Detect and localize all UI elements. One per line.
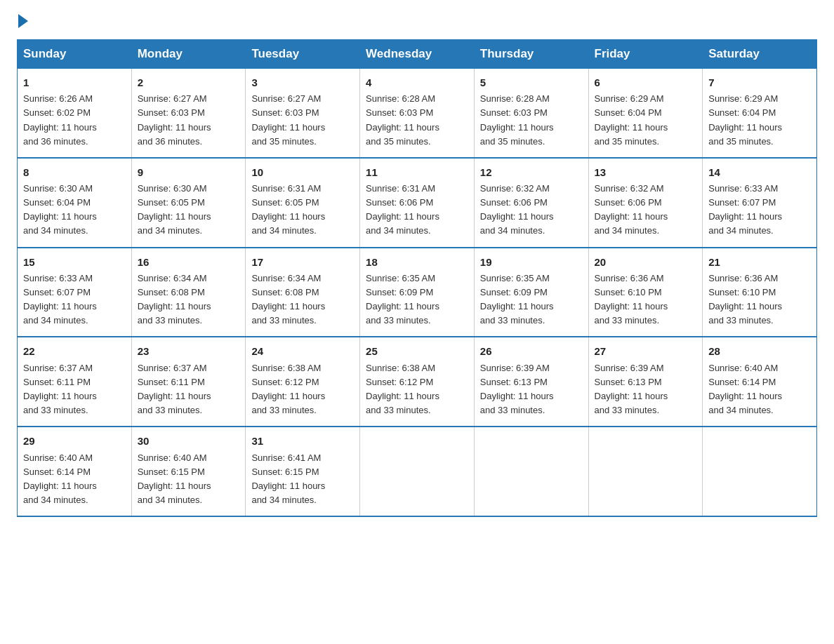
table-row: 19Sunrise: 6:35 AMSunset: 6:09 PMDayligh… xyxy=(474,248,588,337)
day-number: 4 xyxy=(366,74,468,90)
calendar-week-row: 22Sunrise: 6:37 AMSunset: 6:11 PMDayligh… xyxy=(18,337,817,427)
table-row xyxy=(588,427,703,516)
day-number: 24 xyxy=(251,343,354,359)
day-info: Sunrise: 6:28 AMSunset: 6:03 PMDaylight:… xyxy=(480,92,583,149)
day-info: Sunrise: 6:29 AMSunset: 6:04 PMDaylight:… xyxy=(595,92,697,149)
table-row: 29Sunrise: 6:40 AMSunset: 6:14 PMDayligh… xyxy=(18,427,132,516)
day-info: Sunrise: 6:26 AMSunset: 6:02 PMDaylight:… xyxy=(23,92,126,149)
day-number: 19 xyxy=(480,254,583,270)
table-row: 15Sunrise: 6:33 AMSunset: 6:07 PMDayligh… xyxy=(18,248,132,337)
day-info: Sunrise: 6:33 AMSunset: 6:07 PMDaylight:… xyxy=(23,271,126,328)
day-info: Sunrise: 6:39 AMSunset: 6:13 PMDaylight:… xyxy=(480,361,583,418)
table-row: 8Sunrise: 6:30 AMSunset: 6:04 PMDaylight… xyxy=(18,158,132,248)
calendar-week-row: 29Sunrise: 6:40 AMSunset: 6:14 PMDayligh… xyxy=(18,427,817,516)
day-number: 5 xyxy=(480,74,583,90)
day-info: Sunrise: 6:31 AMSunset: 6:06 PMDaylight:… xyxy=(366,182,468,239)
day-info: Sunrise: 6:36 AMSunset: 6:10 PMDaylight:… xyxy=(595,271,697,328)
day-info: Sunrise: 6:29 AMSunset: 6:04 PMDaylight:… xyxy=(708,92,811,149)
table-row: 24Sunrise: 6:38 AMSunset: 6:12 PMDayligh… xyxy=(246,337,360,427)
table-row: 3Sunrise: 6:27 AMSunset: 6:03 PMDaylight… xyxy=(246,69,360,158)
day-number: 27 xyxy=(595,343,697,359)
day-info: Sunrise: 6:41 AMSunset: 6:15 PMDaylight:… xyxy=(251,451,354,508)
day-info: Sunrise: 6:33 AMSunset: 6:07 PMDaylight:… xyxy=(708,182,811,239)
table-row: 27Sunrise: 6:39 AMSunset: 6:13 PMDayligh… xyxy=(588,337,703,427)
table-row: 17Sunrise: 6:34 AMSunset: 6:08 PMDayligh… xyxy=(246,248,360,337)
table-row: 18Sunrise: 6:35 AMSunset: 6:09 PMDayligh… xyxy=(360,248,475,337)
day-number: 17 xyxy=(251,254,354,270)
col-wednesday: Wednesday xyxy=(360,40,475,69)
day-info: Sunrise: 6:40 AMSunset: 6:14 PMDaylight:… xyxy=(708,361,811,418)
day-number: 14 xyxy=(708,164,811,180)
day-info: Sunrise: 6:36 AMSunset: 6:10 PMDaylight:… xyxy=(708,271,811,328)
day-info: Sunrise: 6:37 AMSunset: 6:11 PMDaylight:… xyxy=(23,361,126,418)
table-row: 20Sunrise: 6:36 AMSunset: 6:10 PMDayligh… xyxy=(588,248,703,337)
day-number: 3 xyxy=(251,74,354,90)
table-row: 30Sunrise: 6:40 AMSunset: 6:15 PMDayligh… xyxy=(131,427,246,516)
day-number: 8 xyxy=(23,164,126,180)
table-row xyxy=(474,427,588,516)
day-info: Sunrise: 6:30 AMSunset: 6:04 PMDaylight:… xyxy=(23,182,126,239)
day-number: 2 xyxy=(138,74,240,90)
day-info: Sunrise: 6:40 AMSunset: 6:15 PMDaylight:… xyxy=(138,451,240,508)
day-info: Sunrise: 6:37 AMSunset: 6:11 PMDaylight:… xyxy=(138,361,240,418)
day-info: Sunrise: 6:40 AMSunset: 6:14 PMDaylight:… xyxy=(23,451,126,508)
day-info: Sunrise: 6:32 AMSunset: 6:06 PMDaylight:… xyxy=(480,182,583,239)
table-row: 22Sunrise: 6:37 AMSunset: 6:11 PMDayligh… xyxy=(18,337,132,427)
col-friday: Friday xyxy=(588,40,703,69)
table-row: 2Sunrise: 6:27 AMSunset: 6:03 PMDaylight… xyxy=(131,69,246,158)
day-number: 12 xyxy=(480,164,583,180)
day-info: Sunrise: 6:38 AMSunset: 6:12 PMDaylight:… xyxy=(366,361,468,418)
table-row: 7Sunrise: 6:29 AMSunset: 6:04 PMDaylight… xyxy=(703,69,817,158)
col-sunday: Sunday xyxy=(18,40,132,69)
table-row: 10Sunrise: 6:31 AMSunset: 6:05 PMDayligh… xyxy=(246,158,360,248)
day-number: 29 xyxy=(23,433,126,449)
day-number: 23 xyxy=(138,343,240,359)
day-number: 21 xyxy=(708,254,811,270)
page-header xyxy=(17,17,817,25)
day-number: 31 xyxy=(251,433,354,449)
calendar-week-row: 1Sunrise: 6:26 AMSunset: 6:02 PMDaylight… xyxy=(18,69,817,158)
day-info: Sunrise: 6:32 AMSunset: 6:06 PMDaylight:… xyxy=(595,182,697,239)
day-number: 7 xyxy=(708,74,811,90)
day-number: 22 xyxy=(23,343,126,359)
day-number: 16 xyxy=(138,254,240,270)
day-number: 25 xyxy=(366,343,468,359)
day-info: Sunrise: 6:34 AMSunset: 6:08 PMDaylight:… xyxy=(251,271,354,328)
calendar-header-row: Sunday Monday Tuesday Wednesday Thursday… xyxy=(18,40,817,69)
day-number: 9 xyxy=(138,164,240,180)
day-number: 18 xyxy=(366,254,468,270)
day-number: 28 xyxy=(708,343,811,359)
table-row: 9Sunrise: 6:30 AMSunset: 6:05 PMDaylight… xyxy=(131,158,246,248)
calendar-table: Sunday Monday Tuesday Wednesday Thursday… xyxy=(17,39,817,517)
table-row xyxy=(703,427,817,516)
day-info: Sunrise: 6:34 AMSunset: 6:08 PMDaylight:… xyxy=(138,271,240,328)
table-row: 25Sunrise: 6:38 AMSunset: 6:12 PMDayligh… xyxy=(360,337,475,427)
table-row: 11Sunrise: 6:31 AMSunset: 6:06 PMDayligh… xyxy=(360,158,475,248)
day-info: Sunrise: 6:27 AMSunset: 6:03 PMDaylight:… xyxy=(138,92,240,149)
day-number: 6 xyxy=(595,74,697,90)
day-number: 15 xyxy=(23,254,126,270)
day-info: Sunrise: 6:31 AMSunset: 6:05 PMDaylight:… xyxy=(251,182,354,239)
calendar-week-row: 8Sunrise: 6:30 AMSunset: 6:04 PMDaylight… xyxy=(18,158,817,248)
logo-arrow-icon xyxy=(18,14,28,28)
table-row: 26Sunrise: 6:39 AMSunset: 6:13 PMDayligh… xyxy=(474,337,588,427)
table-row: 1Sunrise: 6:26 AMSunset: 6:02 PMDaylight… xyxy=(18,69,132,158)
calendar-week-row: 15Sunrise: 6:33 AMSunset: 6:07 PMDayligh… xyxy=(18,248,817,337)
table-row: 4Sunrise: 6:28 AMSunset: 6:03 PMDaylight… xyxy=(360,69,475,158)
col-saturday: Saturday xyxy=(703,40,817,69)
day-info: Sunrise: 6:35 AMSunset: 6:09 PMDaylight:… xyxy=(480,271,583,328)
col-monday: Monday xyxy=(131,40,246,69)
table-row: 28Sunrise: 6:40 AMSunset: 6:14 PMDayligh… xyxy=(703,337,817,427)
table-row: 16Sunrise: 6:34 AMSunset: 6:08 PMDayligh… xyxy=(131,248,246,337)
day-number: 11 xyxy=(366,164,468,180)
table-row: 12Sunrise: 6:32 AMSunset: 6:06 PMDayligh… xyxy=(474,158,588,248)
day-number: 1 xyxy=(23,74,126,90)
table-row: 21Sunrise: 6:36 AMSunset: 6:10 PMDayligh… xyxy=(703,248,817,337)
day-info: Sunrise: 6:28 AMSunset: 6:03 PMDaylight:… xyxy=(366,92,468,149)
day-number: 30 xyxy=(138,433,240,449)
table-row: 14Sunrise: 6:33 AMSunset: 6:07 PMDayligh… xyxy=(703,158,817,248)
day-number: 20 xyxy=(595,254,697,270)
day-info: Sunrise: 6:27 AMSunset: 6:03 PMDaylight:… xyxy=(251,92,354,149)
day-info: Sunrise: 6:38 AMSunset: 6:12 PMDaylight:… xyxy=(251,361,354,418)
table-row: 31Sunrise: 6:41 AMSunset: 6:15 PMDayligh… xyxy=(246,427,360,516)
